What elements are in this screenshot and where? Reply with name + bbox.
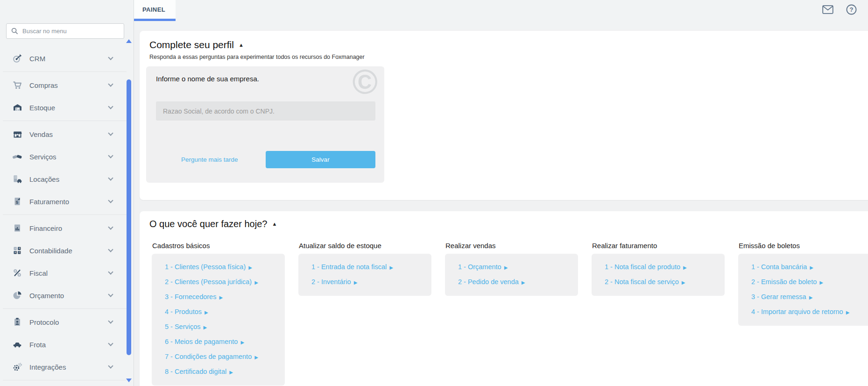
chevron-down-icon (108, 104, 113, 109)
help-icon[interactable]: ? (846, 4, 857, 15)
profile-question: Informe o nome de sua empresa. (156, 75, 375, 83)
sidebar-scroll-down-arrow[interactable] (126, 379, 132, 382)
warehouse-icon (12, 103, 22, 112)
arrow-right-icon: ▶ (846, 310, 850, 315)
chevron-down-icon (108, 269, 113, 274)
sidebar-item-servicos[interactable]: Serviços (0, 145, 127, 168)
link-importar-arquivo-retorno[interactable]: 4 - Importar arquivo de retorno▶ (751, 305, 867, 320)
store-icon (12, 129, 22, 139)
menu-divider (0, 213, 127, 217)
save-button[interactable]: Salvar (266, 151, 375, 168)
chevron-down-icon (108, 130, 113, 136)
link-orcamento[interactable]: 1 - Orçamento▶ (458, 260, 573, 275)
arrow-right-icon: ▶ (354, 280, 358, 285)
link-condicoes-pagamento[interactable]: 7 - Condições de pagamento▶ (165, 350, 280, 365)
handshake-icon (12, 152, 22, 161)
chevron-down-icon (108, 318, 113, 323)
link-clientes-pj[interactable]: 2 - Clientes (Pessoa jurídica)▶ (165, 275, 280, 290)
sidebar-item-protocolo[interactable]: Protocolo (0, 311, 127, 333)
link-inventario[interactable]: 2 - Inventário▶ (311, 275, 427, 290)
arrow-right-icon: ▶ (809, 295, 813, 300)
link-conta-bancaria[interactable]: 1 - Conta bancária▶ (751, 260, 867, 275)
chevron-down-icon (108, 292, 113, 297)
link-produtos[interactable]: 4 - Produtos▶ (165, 305, 280, 320)
sidebar-item-estoque[interactable]: Estoque (0, 96, 127, 119)
link-clientes-pf[interactable]: 1 - Clientes (Pessoa física)▶ (165, 260, 280, 275)
search-input[interactable] (22, 28, 119, 35)
link-entrada-nota-fiscal[interactable]: 1 - Entrada de nota fiscal▶ (311, 260, 427, 275)
sidebar-item-compras[interactable]: Compras (0, 74, 127, 96)
copyright-watermark: © (352, 64, 378, 99)
sidebar-menu: CRM Compras (0, 47, 127, 382)
column-cadastros-basicos: Cadastros básicos 1 - Clientes (Pessoa f… (152, 242, 285, 386)
topbar-icons: ? (822, 4, 857, 15)
link-fornecedores[interactable]: 3 - Fornecedores▶ (165, 290, 280, 305)
arrow-right-icon: ▶ (205, 310, 208, 315)
svg-text:×: × (14, 250, 16, 254)
arrow-right-icon: ▶ (204, 325, 207, 330)
link-servicos[interactable]: 5 - Serviços▶ (165, 320, 280, 335)
link-emissao-boleto[interactable]: 2 - Emissão de boleto▶ (751, 275, 867, 290)
sidebar-item-frota[interactable]: Frota (0, 333, 127, 356)
sidebar-item-fiscal[interactable]: Fiscal (0, 262, 127, 284)
sidebar-item-crm[interactable]: CRM (0, 47, 127, 70)
link-nota-fiscal-servico[interactable]: 2 - Nota fiscal de serviço▶ (605, 275, 720, 290)
pie-chart-icon (12, 291, 22, 300)
svg-text:?: ? (849, 6, 853, 13)
link-meios-pagamento[interactable]: 6 - Meios de pagamento▶ (165, 335, 280, 350)
menu-divider (0, 378, 127, 382)
arrow-right-icon: ▶ (682, 280, 685, 285)
sidebar-item-orcamento[interactable]: Orçamento (0, 284, 127, 307)
arrow-right-icon: ▶ (240, 340, 244, 345)
clipboard-icon (12, 317, 22, 327)
menu-search-box[interactable] (6, 23, 124, 39)
arrow-right-icon: ▶ (389, 265, 393, 270)
link-pedido-venda[interactable]: 2 - Pedido de venda▶ (458, 275, 573, 290)
collapse-up-icon[interactable]: ▲ (239, 43, 244, 48)
complete-profile-panel: Complete seu perfil ▲ Responda a essas p… (140, 31, 868, 200)
link-nota-fiscal-produto[interactable]: 1 - Nota fiscal de produto▶ (605, 260, 720, 275)
sidebar-item-locacoes[interactable]: Locações (0, 168, 127, 190)
chevron-down-icon (108, 341, 113, 346)
main-content: Complete seu perfil ▲ Responda a essas p… (134, 30, 868, 386)
chevron-down-icon (108, 81, 113, 86)
percent-icon (12, 268, 22, 278)
foxmanager-app: FOXMANAGER PAINEL ? (0, 0, 868, 386)
car-icon (12, 340, 22, 349)
cart-icon (12, 80, 22, 90)
invoice-icon: $ (12, 197, 22, 206)
menu-divider (0, 70, 127, 74)
ask-later-link[interactable]: Pergunte mais tarde (181, 156, 238, 163)
arrow-right-icon: ▶ (219, 295, 223, 300)
sidebar: CRM Compras (0, 0, 134, 386)
profile-question-card: Informe o nome de sua empresa. © Pergunt… (146, 66, 384, 183)
sidebar-item-integracoes[interactable]: Integrações (0, 356, 127, 378)
company-name-input[interactable] (156, 101, 375, 121)
shortcut-columns: Cadastros básicos 1 - Clientes (Pessoa f… (149, 242, 866, 386)
svg-text:$: $ (16, 200, 19, 205)
today-panel: O que você quer fazer hoje? ▲ Cadastros … (140, 211, 868, 386)
link-certificado-digital[interactable]: 8 - Certificado digital▶ (165, 365, 280, 379)
sidebar-scrollbar[interactable] (127, 79, 131, 355)
link-gerar-remessa[interactable]: 3 - Gerar remessa▶ (751, 290, 867, 305)
menu-divider (0, 119, 127, 123)
sidebar-scroll-up-arrow[interactable] (126, 39, 132, 43)
mail-icon[interactable] (822, 4, 833, 15)
today-section-title: O que você quer fazer hoje? ▲ (149, 219, 866, 229)
column-atualizar-estoque: Atualizar saldo de estoque 1 - Entrada d… (298, 242, 431, 296)
tab-painel[interactable]: PAINEL (132, 0, 176, 19)
calculator-icon: − + × = (12, 246, 22, 255)
sidebar-item-faturamento[interactable]: $ Faturamento (0, 190, 127, 213)
arrow-right-icon: ▶ (254, 280, 258, 285)
gears-icon (12, 362, 22, 372)
bar-chart-icon (12, 223, 22, 233)
chevron-down-icon (108, 224, 113, 229)
chevron-down-icon (108, 175, 113, 180)
sidebar-item-financeiro[interactable]: Financeiro (0, 217, 127, 239)
sidebar-item-vendas[interactable]: Vendas (0, 123, 127, 145)
menu-divider (0, 307, 127, 311)
sidebar-item-contabilidade[interactable]: − + × = Contabilidade (0, 239, 127, 262)
tab-painel-label: PAINEL (142, 6, 165, 13)
svg-text:−: − (14, 247, 16, 250)
collapse-up-icon[interactable]: ▲ (272, 222, 277, 227)
